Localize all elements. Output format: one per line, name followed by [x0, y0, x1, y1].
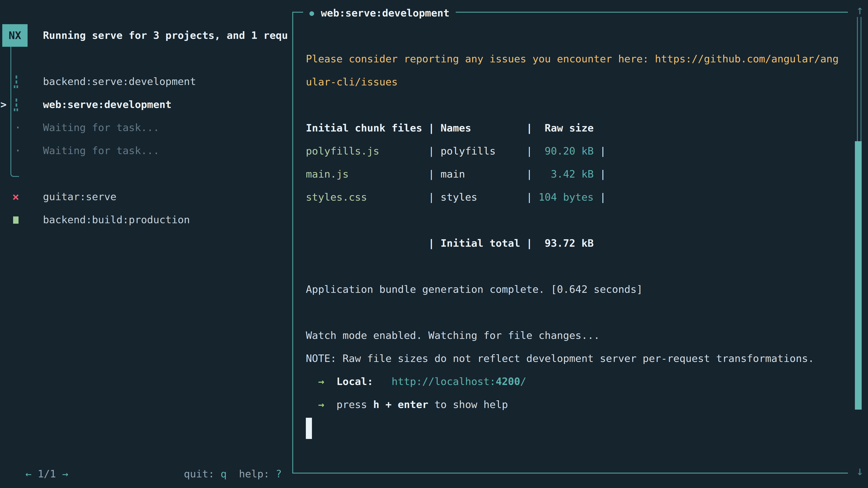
page-indicator: 1/1 [37, 468, 56, 480]
terminal-line [306, 416, 839, 439]
task-label: backend:serve:development [43, 70, 196, 93]
prompt-arrow-icon: → [318, 376, 324, 387]
task-label: web:serve:development [43, 93, 172, 116]
terminal-cursor [306, 418, 312, 439]
terminal-segment: Local: [336, 376, 373, 387]
task-row[interactable]: >web:serve:development [0, 93, 291, 116]
spinner-icon [13, 98, 20, 111]
terminal-segment: press [336, 398, 373, 411]
task-label: guitar:serve [43, 185, 116, 208]
terminal-line: Please consider reporting any issues you… [306, 47, 839, 70]
waiting-dot-icon: · [12, 139, 28, 162]
terminal-segment: | [594, 145, 606, 157]
terminal-segment: + [385, 398, 392, 411]
app-status-title: Running serve for 3 projects, and 1 requ [43, 24, 291, 47]
task-row[interactable]: backend:build:production [0, 208, 291, 231]
task-label: Waiting for task... [43, 139, 159, 162]
waiting-dot-icon: · [12, 116, 28, 139]
nx-logo-badge: NX [2, 24, 28, 47]
terminal-line: NOTE: Raw file sizes do not reflect deve… [306, 347, 839, 370]
terminal-segment [373, 376, 392, 387]
scrollbar-thumb[interactable] [855, 141, 862, 410]
terminal-segment: NOTE: Raw file sizes do not reflect deve… [306, 352, 814, 364]
terminal-segment: ular-cli/issues [306, 76, 398, 88]
keyboard-hints: quit: q help: ? [172, 440, 282, 462]
terminal-segment [379, 398, 385, 411]
task-row[interactable]: ·Waiting for task... [0, 116, 291, 139]
failed-x-icon: × [12, 185, 28, 208]
terminal-segment: | Initial total | 93.72 kB [306, 237, 594, 249]
task-row[interactable]: backend:serve:development [0, 70, 291, 93]
success-square-icon [12, 208, 28, 231]
prompt-arrow-icon: → [318, 398, 324, 411]
scrollbar-track [857, 17, 862, 141]
pagination: ← 1/1 → [13, 440, 68, 462]
terminal-line: polyfills.js | polyfills | 90.20 kB | [306, 140, 839, 163]
terminal-segment [306, 398, 318, 411]
terminal-segment: h [373, 398, 379, 411]
terminal-segment [306, 376, 318, 387]
terminal-line: ular-cli/issues [306, 70, 839, 94]
terminal-segment: | polyfills | [379, 145, 545, 157]
terminal-segment: enter [398, 398, 428, 411]
running-dot-icon: ● [309, 1, 314, 24]
terminal-line [306, 255, 839, 278]
terminal-line: → press h + enter to show help [306, 393, 839, 416]
terminal-segment: Application bundle generation complete. … [306, 283, 643, 295]
terminal-segment [324, 376, 336, 387]
task-row[interactable]: ·Waiting for task... [0, 139, 291, 162]
panel-title-label: web:serve:development [321, 7, 450, 19]
terminal-segment: 3.42 kB [551, 168, 594, 180]
terminal-segment: Watch mode enabled. Watching for file ch… [306, 329, 600, 341]
terminal-segment [392, 398, 398, 411]
terminal-segment: to show help [428, 398, 508, 411]
panel-title: ● web:serve:development [303, 1, 456, 24]
task-label: Waiting for task... [43, 116, 159, 139]
help-hint-label: help: [239, 468, 270, 480]
terminal-segment: | main | [349, 168, 551, 180]
terminal-line: styles.css | styles | 104 bytes | [306, 186, 839, 209]
terminal-segment: Please consider reporting any issues you… [306, 53, 839, 65]
quit-key: q [221, 468, 227, 480]
terminal-segment: Initial chunk files | Names | Raw size [306, 122, 594, 134]
spinner-icon-slot [12, 70, 28, 93]
task-list: backend:serve:development>web:serve:deve… [0, 70, 291, 231]
selected-caret-icon: > [0, 93, 6, 116]
terminal-line [306, 94, 839, 117]
spinner-icon-slot [12, 93, 28, 116]
pager-prev-icon[interactable]: ← [25, 468, 31, 480]
task-label: backend:build:production [43, 208, 190, 231]
terminal-line [306, 209, 839, 232]
terminal-segment: | [594, 191, 606, 203]
terminal-segment: | styles | [367, 191, 539, 203]
terminal-line: Application bundle generation complete. … [306, 278, 839, 301]
help-key: ? [276, 468, 282, 480]
terminal-segment: styles.css [306, 191, 367, 203]
terminal-segment: polyfills.js [306, 145, 379, 157]
terminal-line: main.js | main | 3.42 kB | [306, 163, 839, 186]
task-row[interactable]: ×guitar:serve [0, 185, 291, 208]
terminal-line: Watch mode enabled. Watching for file ch… [306, 324, 839, 347]
terminal-line [306, 301, 839, 324]
terminal-line: | Initial total | 93.72 kB [306, 232, 839, 255]
local-url-link[interactable]: / [520, 376, 526, 387]
terminal-segment [324, 398, 336, 411]
local-url-link[interactable]: 4200 [496, 376, 520, 387]
terminal-segment: 90.20 kB [545, 145, 594, 157]
local-url-link[interactable]: http://localhost: [392, 376, 496, 387]
terminal-line: Initial chunk files | Names | Raw size [306, 117, 839, 140]
pager-next-icon[interactable]: → [62, 468, 68, 480]
spinner-icon [13, 75, 20, 89]
quit-hint-label: quit: [184, 468, 214, 480]
terminal-output: Please consider reporting any issues you… [306, 47, 839, 439]
scroll-down-icon[interactable]: ↓ [854, 460, 866, 482]
terminal-line: → Local: http://localhost:4200/ [306, 370, 839, 393]
terminal-segment: 104 bytes [539, 191, 594, 203]
terminal-segment: | [594, 168, 606, 180]
terminal-segment: main.js [306, 168, 349, 180]
